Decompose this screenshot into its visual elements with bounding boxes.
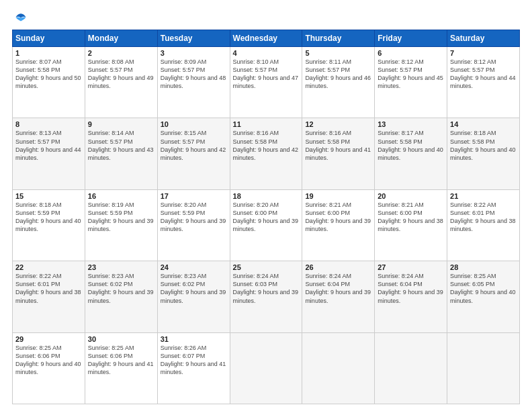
day-number: 3: [161, 49, 227, 57]
day-number: 4: [233, 49, 300, 57]
day-info: Sunrise: 8:16 AMSunset: 5:58 PMDaylight:…: [305, 130, 371, 161]
day-number: 29: [15, 335, 82, 343]
day-info: Sunrise: 8:18 AMSunset: 5:59 PMDaylight:…: [15, 201, 81, 232]
calendar-cell: 28 Sunrise: 8:25 AMSunset: 6:05 PMDaylig…: [447, 261, 520, 332]
day-info: Sunrise: 8:24 AMSunset: 6:03 PMDaylight:…: [233, 273, 299, 304]
day-info: Sunrise: 8:07 AMSunset: 5:58 PMDaylight:…: [15, 58, 81, 89]
day-number: 8: [15, 120, 82, 128]
calendar-cell: 13 Sunrise: 8:17 AMSunset: 5:58 PMDaylig…: [375, 118, 447, 189]
day-number: 23: [88, 263, 154, 271]
calendar-header-saturday: Saturday: [447, 30, 520, 47]
calendar-header-tuesday: Tuesday: [157, 30, 230, 47]
day-info: Sunrise: 8:25 AMSunset: 6:05 PMDaylight:…: [450, 273, 516, 304]
day-info: Sunrise: 8:09 AMSunset: 5:57 PMDaylight:…: [161, 58, 226, 89]
day-info: Sunrise: 8:13 AMSunset: 5:57 PMDaylight:…: [15, 130, 81, 161]
calendar-cell: 17 Sunrise: 8:20 AMSunset: 5:59 PMDaylig…: [157, 189, 230, 261]
day-number: 2: [88, 49, 154, 57]
calendar-cell: 5 Sunrise: 8:11 AMSunset: 5:57 PMDayligh…: [302, 47, 375, 118]
calendar-cell: 29 Sunrise: 8:25 AMSunset: 6:06 PMDaylig…: [13, 332, 85, 404]
calendar-cell: 21 Sunrise: 8:22 AMSunset: 6:01 PMDaylig…: [447, 189, 520, 261]
day-info: Sunrise: 8:24 AMSunset: 6:04 PMDaylight:…: [378, 273, 443, 304]
day-number: 25: [233, 263, 300, 271]
day-number: 27: [378, 263, 444, 271]
calendar-header-sunday: Sunday: [13, 30, 85, 47]
calendar-week-4: 22 Sunrise: 8:22 AMSunset: 6:01 PMDaylig…: [13, 261, 520, 332]
calendar-cell: 3 Sunrise: 8:09 AMSunset: 5:57 PMDayligh…: [157, 47, 230, 118]
calendar-cell: 8 Sunrise: 8:13 AMSunset: 5:57 PMDayligh…: [13, 118, 85, 189]
calendar-cell: 19 Sunrise: 8:21 AMSunset: 6:00 PMDaylig…: [302, 189, 375, 261]
day-number: 21: [450, 192, 517, 200]
day-number: 28: [450, 263, 517, 271]
calendar-cell: [230, 332, 302, 404]
calendar-week-1: 1 Sunrise: 8:07 AMSunset: 5:58 PMDayligh…: [13, 47, 520, 118]
calendar-cell: 18 Sunrise: 8:20 AMSunset: 6:00 PMDaylig…: [230, 189, 302, 261]
calendar-cell: [302, 332, 375, 404]
calendar-header-thursday: Thursday: [302, 30, 375, 47]
logo-bird-icon: [15, 12, 27, 24]
header: [12, 12, 520, 24]
day-info: Sunrise: 8:08 AMSunset: 5:57 PMDaylight:…: [88, 58, 154, 89]
day-number: 17: [161, 192, 227, 200]
day-number: 24: [161, 263, 227, 271]
day-number: 30: [88, 335, 154, 343]
day-info: Sunrise: 8:12 AMSunset: 5:57 PMDaylight:…: [378, 58, 443, 89]
calendar-cell: 26 Sunrise: 8:24 AMSunset: 6:04 PMDaylig…: [302, 261, 375, 332]
day-info: Sunrise: 8:11 AMSunset: 5:57 PMDaylight:…: [305, 58, 371, 89]
day-info: Sunrise: 8:20 AMSunset: 6:00 PMDaylight:…: [233, 201, 299, 232]
day-number: 10: [161, 120, 227, 128]
day-number: 13: [378, 120, 444, 128]
day-number: 5: [305, 49, 371, 57]
calendar-header-wednesday: Wednesday: [230, 30, 302, 47]
day-info: Sunrise: 8:21 AMSunset: 6:00 PMDaylight:…: [378, 201, 443, 232]
day-info: Sunrise: 8:24 AMSunset: 6:04 PMDaylight:…: [305, 273, 371, 304]
day-number: 20: [378, 192, 444, 200]
calendar-cell: 6 Sunrise: 8:12 AMSunset: 5:57 PMDayligh…: [375, 47, 447, 118]
calendar-cell: 14 Sunrise: 8:18 AMSunset: 5:58 PMDaylig…: [447, 118, 520, 189]
calendar-cell: 22 Sunrise: 8:22 AMSunset: 6:01 PMDaylig…: [13, 261, 85, 332]
day-info: Sunrise: 8:26 AMSunset: 6:07 PMDaylight:…: [161, 345, 226, 375]
day-info: Sunrise: 8:12 AMSunset: 5:57 PMDaylight:…: [450, 58, 516, 89]
day-number: 11: [233, 120, 300, 128]
calendar-cell: 30 Sunrise: 8:25 AMSunset: 6:06 PMDaylig…: [85, 332, 157, 404]
day-info: Sunrise: 8:15 AMSunset: 5:57 PMDaylight:…: [161, 130, 226, 161]
day-info: Sunrise: 8:23 AMSunset: 6:02 PMDaylight:…: [161, 273, 226, 304]
day-number: 15: [15, 192, 82, 200]
day-number: 7: [450, 49, 517, 57]
logo: [12, 12, 28, 24]
day-info: Sunrise: 8:21 AMSunset: 6:00 PMDaylight:…: [305, 201, 371, 232]
calendar-cell: 31 Sunrise: 8:26 AMSunset: 6:07 PMDaylig…: [157, 332, 230, 404]
calendar-cell: 20 Sunrise: 8:21 AMSunset: 6:00 PMDaylig…: [375, 189, 447, 261]
day-info: Sunrise: 8:14 AMSunset: 5:57 PMDaylight:…: [88, 130, 154, 161]
calendar-cell: 4 Sunrise: 8:10 AMSunset: 5:57 PMDayligh…: [230, 47, 302, 118]
calendar-cell: 27 Sunrise: 8:24 AMSunset: 6:04 PMDaylig…: [375, 261, 447, 332]
day-number: 16: [88, 192, 154, 200]
calendar-header-friday: Friday: [375, 30, 447, 47]
calendar-week-5: 29 Sunrise: 8:25 AMSunset: 6:06 PMDaylig…: [13, 332, 520, 404]
day-info: Sunrise: 8:19 AMSunset: 5:59 PMDaylight:…: [88, 201, 154, 232]
calendar-cell: 11 Sunrise: 8:16 AMSunset: 5:58 PMDaylig…: [230, 118, 302, 189]
day-number: 31: [161, 335, 227, 343]
calendar-cell: 15 Sunrise: 8:18 AMSunset: 5:59 PMDaylig…: [13, 189, 85, 261]
calendar-header-row: SundayMondayTuesdayWednesdayThursdayFrid…: [13, 30, 520, 47]
calendar-header-monday: Monday: [85, 30, 157, 47]
calendar-cell: 10 Sunrise: 8:15 AMSunset: 5:57 PMDaylig…: [157, 118, 230, 189]
day-number: 6: [378, 49, 444, 57]
day-number: 14: [450, 120, 517, 128]
day-info: Sunrise: 8:17 AMSunset: 5:58 PMDaylight:…: [378, 130, 443, 161]
day-info: Sunrise: 8:25 AMSunset: 6:06 PMDaylight:…: [88, 345, 154, 375]
day-info: Sunrise: 8:10 AMSunset: 5:57 PMDaylight:…: [233, 58, 299, 89]
calendar-week-2: 8 Sunrise: 8:13 AMSunset: 5:57 PMDayligh…: [13, 118, 520, 189]
day-number: 12: [305, 120, 371, 128]
day-number: 22: [15, 263, 82, 271]
calendar-cell: [447, 332, 520, 404]
calendar-cell: 12 Sunrise: 8:16 AMSunset: 5:58 PMDaylig…: [302, 118, 375, 189]
calendar-cell: [375, 332, 447, 404]
calendar-cell: 25 Sunrise: 8:24 AMSunset: 6:03 PMDaylig…: [230, 261, 302, 332]
day-info: Sunrise: 8:22 AMSunset: 6:01 PMDaylight:…: [15, 273, 81, 304]
calendar-week-3: 15 Sunrise: 8:18 AMSunset: 5:59 PMDaylig…: [13, 189, 520, 261]
day-info: Sunrise: 8:23 AMSunset: 6:02 PMDaylight:…: [88, 273, 154, 304]
day-number: 18: [233, 192, 300, 200]
calendar-cell: 24 Sunrise: 8:23 AMSunset: 6:02 PMDaylig…: [157, 261, 230, 332]
calendar-cell: 9 Sunrise: 8:14 AMSunset: 5:57 PMDayligh…: [85, 118, 157, 189]
day-info: Sunrise: 8:16 AMSunset: 5:58 PMDaylight:…: [233, 130, 299, 161]
